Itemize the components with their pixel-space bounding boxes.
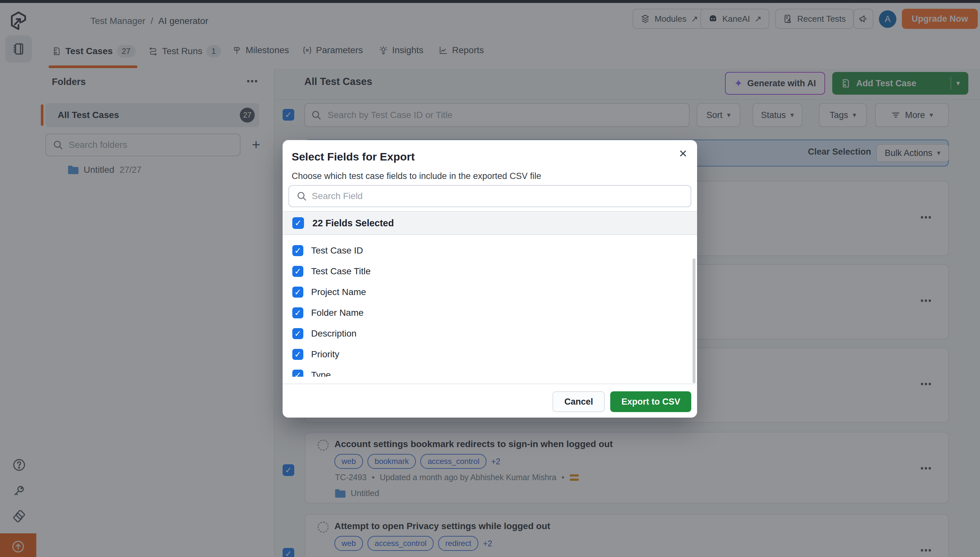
- modal-title: Select Fields for Export: [292, 150, 415, 163]
- field-checkbox[interactable]: ✓: [292, 245, 303, 256]
- field-row[interactable]: ✓ Type: [283, 365, 697, 377]
- field-row[interactable]: ✓ Priority: [283, 344, 697, 365]
- select-all-fields-row[interactable]: ✓ 22 Fields Selected: [283, 211, 697, 235]
- field-row[interactable]: ✓ Test Case Title: [283, 261, 697, 282]
- field-label: Folder Name: [311, 308, 364, 318]
- field-row[interactable]: ✓ Folder Name: [283, 303, 697, 323]
- field-row[interactable]: ✓ Test Case ID: [283, 240, 697, 261]
- check-icon: ✓: [294, 329, 301, 339]
- field-checkbox[interactable]: ✓: [292, 370, 303, 377]
- check-icon: ✓: [294, 370, 301, 377]
- field-checkbox[interactable]: ✓: [292, 349, 303, 360]
- modal-scrollbar[interactable]: [692, 258, 696, 383]
- field-list: ✓ Test Case ID ✓ Test Case Title ✓ Proje…: [283, 240, 697, 377]
- app-window: Test Manager / AI generator Modules ↗ Ka…: [0, 0, 980, 557]
- field-checkbox[interactable]: ✓: [292, 328, 303, 339]
- export-fields-modal: Select Fields for Export ✕ Choose which …: [283, 140, 697, 418]
- close-icon[interactable]: ✕: [677, 147, 689, 160]
- export-to-csv-button[interactable]: Export to CSV: [610, 391, 691, 412]
- search-icon: [296, 191, 307, 202]
- cancel-button[interactable]: Cancel: [553, 391, 605, 412]
- search-field-input[interactable]: [288, 185, 691, 207]
- field-row[interactable]: ✓ Description: [283, 323, 697, 344]
- field-label: Description: [311, 329, 356, 339]
- modal-subtitle: Choose which test case fields to include…: [292, 171, 541, 181]
- fields-selected-label: 22 Fields Selected: [312, 218, 394, 228]
- field-label: Project Name: [311, 287, 366, 297]
- check-icon: ✓: [294, 267, 301, 277]
- check-icon: ✓: [294, 246, 301, 256]
- modal-footer: Cancel Export to CSV: [283, 384, 697, 418]
- select-all-fields-checkbox[interactable]: ✓: [292, 217, 304, 229]
- field-label: Test Case Title: [311, 266, 371, 277]
- field-checkbox[interactable]: ✓: [292, 307, 303, 318]
- check-icon: ✓: [294, 350, 301, 360]
- field-label: Priority: [311, 349, 339, 360]
- check-icon: ✓: [294, 287, 301, 297]
- field-row[interactable]: ✓ Project Name: [283, 282, 697, 303]
- check-icon: ✓: [294, 218, 302, 228]
- check-icon: ✓: [294, 308, 301, 318]
- field-label: Test Case ID: [311, 246, 363, 256]
- field-checkbox[interactable]: ✓: [292, 266, 303, 277]
- field-label: Type: [311, 370, 331, 377]
- field-checkbox[interactable]: ✓: [292, 287, 303, 298]
